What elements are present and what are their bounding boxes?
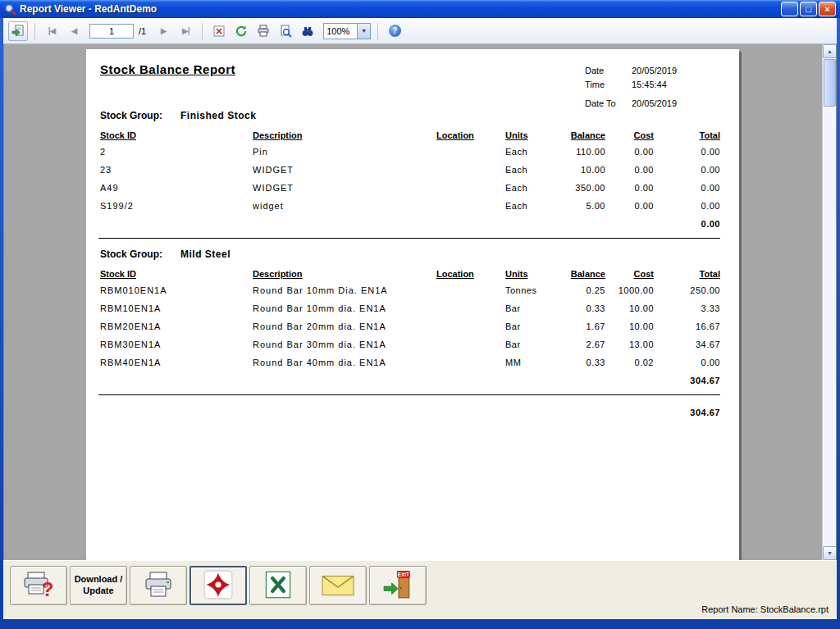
- exit-door-icon: EXIT: [382, 570, 413, 602]
- svg-text:?: ?: [42, 578, 54, 599]
- excel-icon: [263, 570, 293, 602]
- scroll-up-button[interactable]: ▲: [823, 44, 837, 58]
- help-icon: ?: [389, 25, 401, 37]
- group-name: Mild Steel: [180, 248, 231, 260]
- table-row: RBM40EN1ARound Bar 40mm dia. EN1AMM0.330…: [86, 355, 739, 373]
- excel-export-button[interactable]: [249, 566, 307, 605]
- table-cell: Bar: [505, 340, 521, 349]
- table-cell: 13.00: [609, 340, 654, 349]
- exit-button[interactable]: EXIT: [369, 566, 427, 605]
- group-subtotal: 0.00: [659, 219, 720, 229]
- table-cell: 0.00: [609, 165, 654, 175]
- column-header: Balance: [550, 130, 605, 140]
- email-button[interactable]: [309, 566, 367, 605]
- viewer-toolbar: |◀ ◀ 1 /1 ▶ ▶|: [3, 18, 837, 44]
- table-cell: Round Bar 10mm dia. EN1A: [253, 303, 386, 313]
- table-cell: Pin: [253, 147, 268, 157]
- column-header: Description: [253, 269, 303, 279]
- report-group: Stock Group:Finished StockStock IDDescri…: [86, 110, 739, 231]
- table-cell: 1.67: [550, 321, 605, 331]
- last-page-button[interactable]: ▶|: [176, 21, 195, 41]
- table-row: 23WIDGETEach10.000.000.00: [86, 162, 739, 180]
- print-button[interactable]: [130, 566, 187, 605]
- scroll-down-button[interactable]: ▼: [823, 546, 837, 560]
- column-header: Units: [505, 269, 528, 279]
- table-row: A49WIDGETEach350.000.000.00: [86, 180, 739, 198]
- column-header: Location: [436, 130, 474, 140]
- group-subtotal-row: 304.67: [86, 373, 739, 388]
- table-cell: 16.67: [659, 321, 720, 331]
- pdf-export-button[interactable]: [189, 566, 247, 605]
- help-button[interactable]: ?: [385, 21, 404, 41]
- export-button[interactable]: [8, 21, 28, 41]
- table-cell: 10.00: [609, 321, 654, 331]
- grand-total: 304.67: [659, 408, 720, 417]
- maximize-icon: □: [806, 5, 811, 14]
- find-text-button[interactable]: [298, 21, 317, 41]
- download-update-button[interactable]: Download / Update: [70, 566, 127, 605]
- toggle-group-tree-button[interactable]: [209, 21, 229, 41]
- previous-page-button[interactable]: ◀: [64, 21, 84, 41]
- column-header: Location: [436, 269, 474, 279]
- table-cell: Round Bar 30mm dia. EN1A: [253, 340, 386, 349]
- scrollbar-thumb[interactable]: [824, 59, 836, 107]
- table-cell: Bar: [505, 303, 521, 313]
- zoom-select[interactable]: 100% ▼: [323, 23, 371, 39]
- zoom-value: 100%: [324, 26, 357, 36]
- table-cell: 23: [100, 165, 112, 175]
- column-header: Stock ID: [100, 130, 136, 140]
- table-cell: MM: [505, 358, 521, 367]
- table-cell: Round Bar 10mm Dia. EN1A: [253, 285, 388, 295]
- table-cell: 0.00: [659, 183, 720, 193]
- titlebar[interactable]: Report Viewer - RedAntDemo _ □ ×: [0, 0, 840, 18]
- table-cell: 0.25: [550, 285, 605, 295]
- table-cell: Each: [505, 183, 527, 193]
- table-cell: Bar: [505, 321, 521, 331]
- report-meta: Date 20/05/2019 Time 15:45:44 Date To 20…: [585, 66, 677, 112]
- window-bottom-frame: [0, 619, 840, 629]
- table-cell: Round Bar 40mm dia. EN1A: [253, 358, 386, 367]
- report-viewer-area: Stock Balance Report Date 20/05/2019 Tim…: [3, 44, 837, 560]
- date-label: Date: [585, 66, 632, 80]
- page-total-label: /1: [139, 26, 146, 36]
- table-cell: 350.00: [550, 183, 605, 193]
- arrow-up-icon: ▲: [827, 48, 833, 54]
- report-groups: Stock Group:Finished StockStock IDDescri…: [86, 110, 739, 422]
- print-button-toolbar[interactable]: [253, 21, 273, 41]
- minimize-icon: _: [787, 7, 792, 16]
- table-cell: RBM30EN1A: [100, 340, 161, 349]
- page-number-field[interactable]: 1: [89, 24, 134, 39]
- print-help-button[interactable]: ?: [10, 566, 67, 605]
- section-rule: [98, 394, 720, 395]
- vertical-scrollbar[interactable]: ▲ ▼: [822, 44, 836, 560]
- search-expert-button[interactable]: [276, 21, 295, 41]
- app-icon: [3, 2, 16, 16]
- envelope-icon: [321, 572, 355, 600]
- close-view-icon: [212, 25, 226, 38]
- grand-total-row: 304.67: [86, 405, 739, 422]
- table-cell: Round Bar 20mm dia. EN1A: [253, 321, 386, 331]
- table-cell: 0.00: [659, 165, 720, 175]
- table-cell: RBM10EN1A: [100, 303, 161, 313]
- table-row: 2PinEach110.000.000.00: [86, 144, 739, 162]
- refresh-icon: [235, 25, 248, 38]
- section-rule: [98, 238, 720, 239]
- table-cell: 1000.00: [609, 285, 654, 295]
- table-cell: S199/2: [100, 201, 134, 211]
- table-cell: RBM40EN1A: [100, 358, 161, 367]
- first-page-button[interactable]: |◀: [42, 21, 62, 41]
- close-button[interactable]: ×: [819, 2, 836, 16]
- table-row: RBM10EN1ARound Bar 10mm dia. EN1ABar0.33…: [86, 301, 739, 319]
- refresh-button[interactable]: [231, 21, 251, 41]
- minimize-button[interactable]: _: [781, 2, 798, 16]
- toolbar-separator: [202, 23, 203, 39]
- group-header: Stock Group:Mild Steel: [86, 248, 739, 267]
- next-page-button[interactable]: ▶: [153, 21, 173, 41]
- table-cell: 10.00: [609, 303, 654, 313]
- table-cell: RBM010EN1A: [100, 285, 167, 295]
- table-cell: 0.00: [659, 201, 720, 211]
- maximize-button[interactable]: □: [800, 2, 817, 16]
- chevron-down-icon[interactable]: ▼: [357, 24, 370, 39]
- toolbar-separator: [34, 23, 35, 39]
- table-cell: RBM20EN1A: [100, 321, 161, 331]
